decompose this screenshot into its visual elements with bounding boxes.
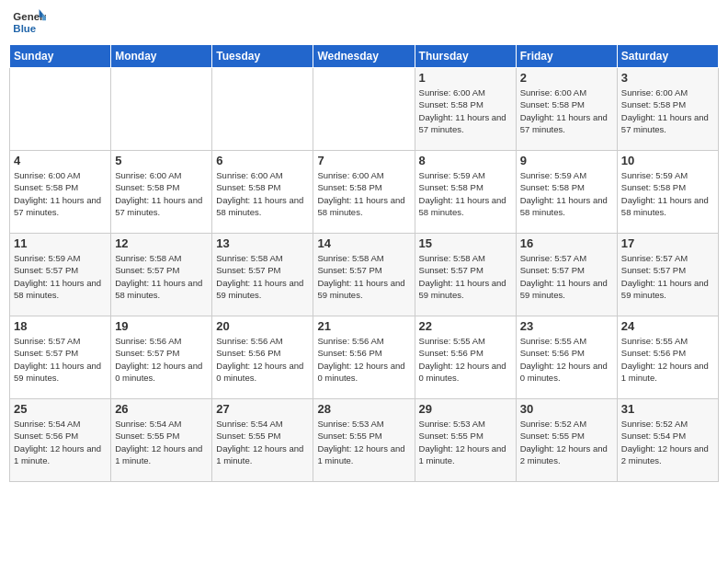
day-info: Sunrise: 6:00 AM Sunset: 5:58 PM Dayligh… xyxy=(520,86,613,135)
day-number: 21 xyxy=(317,319,410,333)
day-number: 1 xyxy=(419,71,512,85)
day-info: Sunrise: 5:59 AM Sunset: 5:57 PM Dayligh… xyxy=(14,252,107,301)
calendar-cell: 28Sunrise: 5:53 AM Sunset: 5:55 PM Dayli… xyxy=(313,399,415,482)
day-number: 4 xyxy=(14,154,107,167)
calendar-cell: 6Sunrise: 6:00 AM Sunset: 5:58 PM Daylig… xyxy=(212,151,313,234)
day-info: Sunrise: 6:00 AM Sunset: 5:58 PM Dayligh… xyxy=(419,86,512,135)
calendar-cell: 27Sunrise: 5:54 AM Sunset: 5:55 PM Dayli… xyxy=(212,399,313,482)
calendar-week-3: 11Sunrise: 5:59 AM Sunset: 5:57 PM Dayli… xyxy=(10,234,719,316)
day-number: 29 xyxy=(419,402,512,416)
day-info: Sunrise: 6:00 AM Sunset: 5:58 PM Dayligh… xyxy=(14,169,107,218)
day-info: Sunrise: 5:54 AM Sunset: 5:55 PM Dayligh… xyxy=(216,418,309,466)
day-info: Sunrise: 5:56 AM Sunset: 5:56 PM Dayligh… xyxy=(216,335,309,384)
day-info: Sunrise: 5:54 AM Sunset: 5:55 PM Dayligh… xyxy=(115,418,208,466)
day-info: Sunrise: 5:58 AM Sunset: 5:57 PM Dayligh… xyxy=(419,252,512,301)
day-number: 13 xyxy=(216,236,309,250)
calendar-cell: 12Sunrise: 5:58 AM Sunset: 5:57 PM Dayli… xyxy=(111,234,212,316)
calendar-cell: 17Sunrise: 5:57 AM Sunset: 5:57 PM Dayli… xyxy=(617,234,718,316)
calendar-cell: 1Sunrise: 6:00 AM Sunset: 5:58 PM Daylig… xyxy=(415,68,516,151)
day-info: Sunrise: 5:56 AM Sunset: 5:57 PM Dayligh… xyxy=(115,335,208,384)
calendar-table: SundayMondayTuesdayWednesdayThursdayFrid… xyxy=(9,44,719,482)
calendar-cell: 18Sunrise: 5:57 AM Sunset: 5:57 PM Dayli… xyxy=(10,316,111,399)
logo-icon: General Blue xyxy=(13,9,46,37)
calendar-week-2: 4Sunrise: 6:00 AM Sunset: 5:58 PM Daylig… xyxy=(10,151,719,234)
weekday-header-thursday: Thursday xyxy=(415,45,516,68)
calendar-week-1: 1Sunrise: 6:00 AM Sunset: 5:58 PM Daylig… xyxy=(10,68,719,151)
day-info: Sunrise: 5:59 AM Sunset: 5:58 PM Dayligh… xyxy=(621,169,714,218)
day-number: 2 xyxy=(520,71,613,85)
calendar-cell: 30Sunrise: 5:52 AM Sunset: 5:55 PM Dayli… xyxy=(516,399,617,482)
calendar-cell: 9Sunrise: 5:59 AM Sunset: 5:58 PM Daylig… xyxy=(516,151,617,234)
day-info: Sunrise: 5:56 AM Sunset: 5:56 PM Dayligh… xyxy=(317,335,410,384)
day-number: 16 xyxy=(520,236,613,250)
day-number: 14 xyxy=(317,236,410,250)
day-number: 8 xyxy=(419,154,512,167)
svg-text:Blue: Blue xyxy=(13,23,36,34)
day-number: 24 xyxy=(621,319,714,333)
calendar-cell: 11Sunrise: 5:59 AM Sunset: 5:57 PM Dayli… xyxy=(10,234,111,316)
day-info: Sunrise: 5:53 AM Sunset: 5:55 PM Dayligh… xyxy=(317,418,410,466)
day-number: 9 xyxy=(520,154,613,167)
calendar-cell: 21Sunrise: 5:56 AM Sunset: 5:56 PM Dayli… xyxy=(313,316,415,399)
day-number: 17 xyxy=(621,236,714,250)
calendar-cell: 8Sunrise: 5:59 AM Sunset: 5:58 PM Daylig… xyxy=(415,151,516,234)
day-info: Sunrise: 5:58 AM Sunset: 5:57 PM Dayligh… xyxy=(216,252,309,301)
day-number: 28 xyxy=(317,402,410,416)
calendar-cell xyxy=(313,68,415,151)
day-info: Sunrise: 6:00 AM Sunset: 5:58 PM Dayligh… xyxy=(621,86,714,135)
weekday-header-sunday: Sunday xyxy=(10,45,111,68)
day-number: 12 xyxy=(115,236,208,250)
calendar-cell: 19Sunrise: 5:56 AM Sunset: 5:57 PM Dayli… xyxy=(111,316,212,399)
weekday-header-monday: Monday xyxy=(111,45,212,68)
page-header: General Blue xyxy=(9,9,719,37)
calendar-cell: 22Sunrise: 5:55 AM Sunset: 5:56 PM Dayli… xyxy=(415,316,516,399)
calendar-week-5: 25Sunrise: 5:54 AM Sunset: 5:56 PM Dayli… xyxy=(10,399,719,482)
day-number: 25 xyxy=(14,402,107,416)
day-info: Sunrise: 5:52 AM Sunset: 5:54 PM Dayligh… xyxy=(621,418,714,466)
calendar-cell: 5Sunrise: 6:00 AM Sunset: 5:58 PM Daylig… xyxy=(111,151,212,234)
calendar-cell: 20Sunrise: 5:56 AM Sunset: 5:56 PM Dayli… xyxy=(212,316,313,399)
calendar-cell: 16Sunrise: 5:57 AM Sunset: 5:57 PM Dayli… xyxy=(516,234,617,316)
day-number: 5 xyxy=(115,154,208,167)
day-number: 3 xyxy=(621,71,714,85)
day-info: Sunrise: 6:00 AM Sunset: 5:58 PM Dayligh… xyxy=(317,169,410,218)
day-number: 27 xyxy=(216,402,309,416)
day-info: Sunrise: 5:55 AM Sunset: 5:56 PM Dayligh… xyxy=(520,335,613,384)
day-number: 7 xyxy=(317,154,410,167)
day-number: 18 xyxy=(14,319,107,333)
calendar-cell: 10Sunrise: 5:59 AM Sunset: 5:58 PM Dayli… xyxy=(617,151,718,234)
calendar-cell: 26Sunrise: 5:54 AM Sunset: 5:55 PM Dayli… xyxy=(111,399,212,482)
day-number: 15 xyxy=(419,236,512,250)
calendar-cell: 4Sunrise: 6:00 AM Sunset: 5:58 PM Daylig… xyxy=(10,151,111,234)
calendar-cell: 14Sunrise: 5:58 AM Sunset: 5:57 PM Dayli… xyxy=(313,234,415,316)
day-number: 30 xyxy=(520,402,613,416)
day-info: Sunrise: 5:57 AM Sunset: 5:57 PM Dayligh… xyxy=(621,252,714,301)
calendar-cell: 7Sunrise: 6:00 AM Sunset: 5:58 PM Daylig… xyxy=(313,151,415,234)
day-number: 22 xyxy=(419,319,512,333)
calendar-cell xyxy=(111,68,212,151)
day-info: Sunrise: 5:58 AM Sunset: 5:57 PM Dayligh… xyxy=(317,252,410,301)
day-number: 23 xyxy=(520,319,613,333)
day-info: Sunrise: 5:57 AM Sunset: 5:57 PM Dayligh… xyxy=(520,252,613,301)
calendar-cell: 15Sunrise: 5:58 AM Sunset: 5:57 PM Dayli… xyxy=(415,234,516,316)
day-number: 11 xyxy=(14,236,107,250)
day-info: Sunrise: 5:55 AM Sunset: 5:56 PM Dayligh… xyxy=(419,335,512,384)
day-info: Sunrise: 5:53 AM Sunset: 5:55 PM Dayligh… xyxy=(419,418,512,466)
day-info: Sunrise: 6:00 AM Sunset: 5:58 PM Dayligh… xyxy=(216,169,309,218)
calendar-cell: 3Sunrise: 6:00 AM Sunset: 5:58 PM Daylig… xyxy=(617,68,718,151)
day-number: 10 xyxy=(621,154,714,167)
calendar-cell: 29Sunrise: 5:53 AM Sunset: 5:55 PM Dayli… xyxy=(415,399,516,482)
logo: General Blue xyxy=(13,9,46,37)
weekday-header-tuesday: Tuesday xyxy=(212,45,313,68)
calendar-cell xyxy=(212,68,313,151)
day-number: 6 xyxy=(216,154,309,167)
day-info: Sunrise: 6:00 AM Sunset: 5:58 PM Dayligh… xyxy=(115,169,208,218)
day-number: 26 xyxy=(115,402,208,416)
day-info: Sunrise: 5:58 AM Sunset: 5:57 PM Dayligh… xyxy=(115,252,208,301)
calendar-header-row: SundayMondayTuesdayWednesdayThursdayFrid… xyxy=(10,45,719,68)
calendar-cell: 31Sunrise: 5:52 AM Sunset: 5:54 PM Dayli… xyxy=(617,399,718,482)
calendar-week-4: 18Sunrise: 5:57 AM Sunset: 5:57 PM Dayli… xyxy=(10,316,719,399)
day-info: Sunrise: 5:52 AM Sunset: 5:55 PM Dayligh… xyxy=(520,418,613,466)
day-info: Sunrise: 5:55 AM Sunset: 5:56 PM Dayligh… xyxy=(621,335,714,384)
calendar-cell: 2Sunrise: 6:00 AM Sunset: 5:58 PM Daylig… xyxy=(516,68,617,151)
